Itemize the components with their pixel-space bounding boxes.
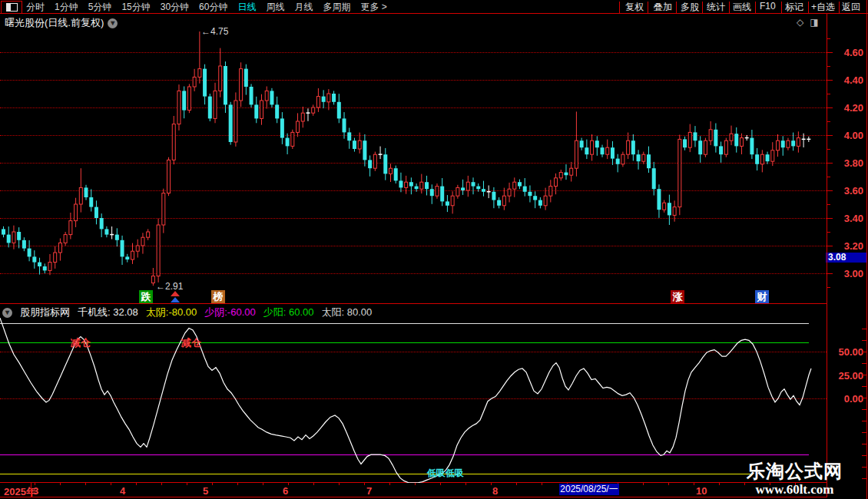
price-tick-label: 3.20 [828,240,863,252]
axis-tick [827,273,833,274]
indicator-tick-label: 50.00 [828,346,863,358]
axis-tick [827,177,830,177]
axis-tick [827,190,833,191]
axis-tick [827,66,830,67]
date-axis-bottom-line [0,497,827,497]
right-edge-border [866,0,867,499]
action-返回[interactable]: 返回 [842,1,860,14]
axis-tick [827,218,833,219]
price-tick-label: 4.20 [828,102,863,114]
app-window: 分时1分钟5分钟15分钟30分钟60分钟日线周线月线多周期更多 > 复权叠加多股… [0,0,868,499]
toolbar-separator [839,2,840,13]
year-divider [31,482,31,497]
month-label-5: 5 [203,485,208,497]
signal-dixi: 低吸低吸 [427,467,464,480]
month-label-8: 8 [492,485,498,497]
axis-tick [827,38,830,39]
axis-tick [827,163,833,164]
candlestick-chart[interactable] [0,0,827,304]
date-axis: 2025年 34567810 2025/08/25/一 [0,482,827,497]
watermark: 乐淘公式网 www.60lt.com [731,459,858,497]
signal-jiancang-2: 减仓 [181,336,201,350]
axis-left-border [827,13,827,497]
month-label-7: 7 [366,485,372,497]
axis-tick [827,204,830,205]
watermark-url: www.60lt.com [731,482,858,497]
axis-tick [827,232,830,233]
price-tick-label: 4.60 [828,47,863,58]
month-label-3: 3 [33,485,38,497]
price-tick-label: 3.60 [828,185,863,197]
axis-tick [827,80,833,81]
indicator-chart[interactable] [0,317,827,483]
axis-tick [827,246,833,246]
price-tick-label: 4.40 [828,74,863,86]
axis-tick [827,287,830,288]
axis-tick [827,94,830,94]
current-price-box: 3.08 [826,253,867,263]
axis-tick [827,135,833,136]
indicator-tick-label: 25.00 [828,370,863,382]
month-label-6: 6 [283,485,288,497]
price-tick-label: 3.00 [828,268,863,279]
month-label-10: 10 [696,485,707,497]
signal-jiancang-1: 减仓 [71,336,91,350]
highlighted-date-box: 2025/08/25/一 [559,484,619,495]
price-tick-label: 4.00 [828,130,863,141]
indicator-tick-label: 0.00 [828,393,863,405]
price-tick-label: 3.80 [828,157,863,169]
chevron-down-icon[interactable]: ▾ [2,308,12,318]
axis-tick [827,149,830,150]
axis-tick [827,121,830,122]
price-tick-label: 3.40 [828,213,863,224]
month-label-4: 4 [120,485,125,497]
axis-tick [827,107,833,108]
axis-tick [827,52,833,53]
watermark-site-name: 乐淘公式网 [731,459,858,484]
